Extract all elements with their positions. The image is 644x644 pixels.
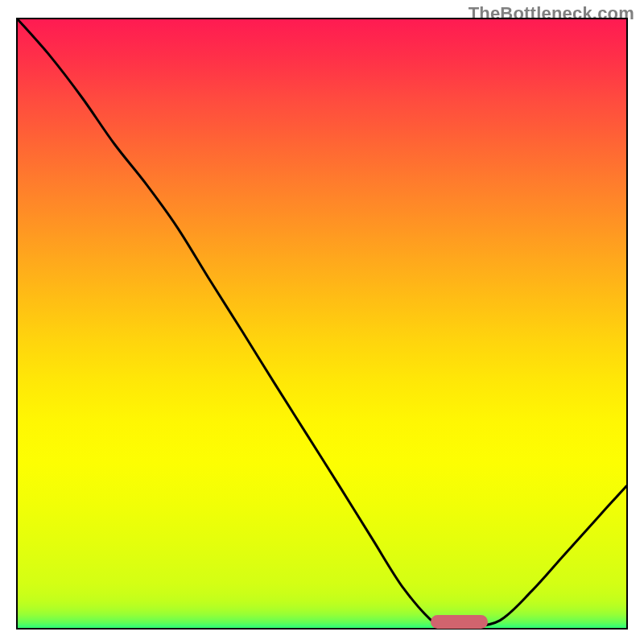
chart-stage: TheBottleneck.com: [0, 0, 644, 644]
curve-layer: [18, 19, 626, 628]
optimum-marker: [431, 615, 488, 629]
bottleneck-curve-path: [18, 19, 626, 628]
plot-area: [16, 18, 628, 630]
